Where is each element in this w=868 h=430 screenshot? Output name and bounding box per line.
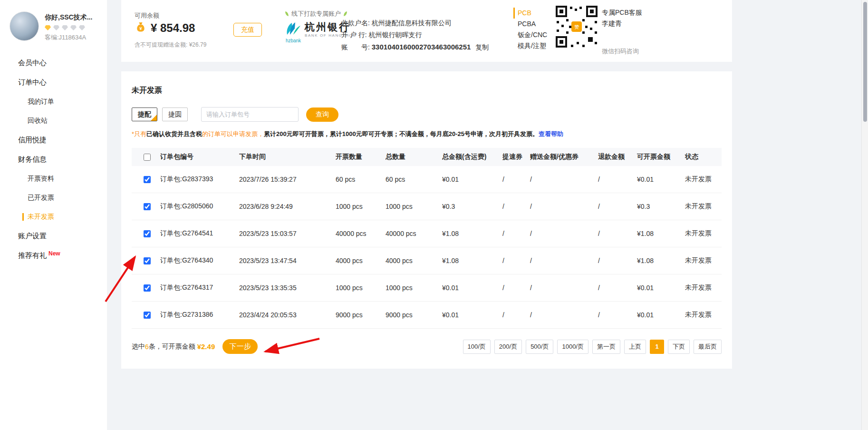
scrollbar-thumb[interactable] bbox=[863, 2, 867, 122]
account-number: 3301040160002703463006251 bbox=[372, 43, 471, 51]
page-size-500[interactable]: 500/页 bbox=[526, 340, 553, 354]
cell-gift-amount: / bbox=[530, 257, 598, 264]
sidebar-menu: 会员中心 订单中心 我的订单 回收站 信用悦捷 财务信息 开票资料 已开发票 未… bbox=[0, 49, 107, 265]
sidebar-item-my-orders[interactable]: 我的订单 bbox=[0, 92, 107, 111]
member-level-gems bbox=[45, 25, 92, 30]
branch-value: 杭州银行朝晖支行 bbox=[369, 31, 422, 39]
cell-invoice-qty: 4000 pcs bbox=[336, 257, 386, 264]
view-help-link[interactable]: 查看帮助 bbox=[539, 130, 563, 137]
row-checkbox[interactable] bbox=[144, 230, 151, 237]
table-row: 订单包:G2764541 2023/5/23 15:03:57 40000 pc… bbox=[132, 220, 722, 247]
table-footer: 选中6条，可开票金额 ¥2.49 下一步 100/页 200/页 500/页 1… bbox=[132, 339, 722, 354]
cell-gift-amount: / bbox=[530, 230, 598, 237]
sidebar-item-invoiced[interactable]: 已开发票 bbox=[0, 188, 107, 207]
page-size-1000[interactable]: 1000/页 bbox=[557, 340, 588, 354]
table-row: 订单包:G2764317 2023/5/23 13:35:35 1000 pcs… bbox=[132, 274, 722, 302]
balance-label: 可用余额 bbox=[135, 11, 159, 20]
copy-account-button[interactable]: 复制 bbox=[475, 43, 489, 51]
tab-jieyuan[interactable]: 捷圆 bbox=[162, 108, 188, 121]
select-all-checkbox[interactable] bbox=[144, 154, 151, 161]
branch-label: 开 户 行: bbox=[341, 31, 367, 39]
sidebar-item-recycle-bin[interactable]: 回收站 bbox=[0, 111, 107, 130]
sidebar-item-order-center[interactable]: 订单中心 bbox=[0, 73, 107, 92]
first-page-button[interactable]: 第一页 bbox=[592, 340, 620, 354]
sidebar-item-uninvoiced[interactable]: 未开发票 bbox=[0, 207, 107, 226]
invoice-page: 你好,SSC技术... 客编:J118634A 会员中心 订单中心 我的订单 回… bbox=[0, 0, 868, 430]
row-checkbox[interactable] bbox=[144, 257, 151, 264]
col-header-total-amount: 总金额(含运费) bbox=[442, 153, 502, 161]
cell-invoicable-amount: ¥0.01 bbox=[637, 311, 685, 319]
search-button[interactable]: 查询 bbox=[306, 108, 338, 122]
sidebar-item-account-settings[interactable]: 账户设置 bbox=[0, 226, 107, 246]
cell-package-id: 订单包:G2837393 bbox=[160, 175, 239, 184]
sidebar-item-member-center[interactable]: 会员中心 bbox=[0, 53, 107, 73]
avatar bbox=[10, 11, 39, 41]
row-checkbox[interactable] bbox=[144, 203, 151, 210]
selected-amount: ¥2.49 bbox=[197, 342, 215, 351]
notice-text: *只有 bbox=[132, 130, 146, 137]
table-row: 订单包:G2805060 2023/6/28 9:24:49 1000 pcs … bbox=[132, 193, 722, 220]
service-sheet-metal-cnc[interactable]: 钣金/CNC bbox=[513, 29, 547, 40]
uninvoiced-table: 订单包编号 下单时间 开票数量 总数量 总金额(含运费) 提速券 赠送金额/优惠… bbox=[132, 148, 722, 329]
prev-page-button[interactable]: 上页 bbox=[624, 340, 646, 354]
sidebar: 你好,SSC技术... 客编:J118634A 会员中心 订单中心 我的订单 回… bbox=[0, 0, 107, 430]
service-pcba[interactable]: PCBA bbox=[513, 19, 547, 29]
service-pcb[interactable]: PCB bbox=[513, 8, 547, 19]
referral-label: 推荐有礼 bbox=[18, 251, 47, 259]
next-step-button[interactable]: 下一步 bbox=[222, 339, 258, 354]
cell-invoicable-amount: ¥1.08 bbox=[637, 230, 685, 237]
recharge-button[interactable]: 充值 bbox=[233, 23, 262, 37]
cell-invoice-qty: 9000 pcs bbox=[336, 311, 386, 319]
cell-package-id: 订单包:G2764340 bbox=[160, 256, 239, 265]
cell-refund-amount: / bbox=[598, 230, 637, 237]
page-size-100[interactable]: 100/页 bbox=[463, 340, 491, 354]
cell-refund-amount: / bbox=[598, 311, 637, 319]
service-list: PCB PCBA 钣金/CNC 模具/注塑 bbox=[513, 8, 547, 51]
last-page-button[interactable]: 最后页 bbox=[694, 340, 722, 354]
cell-status: 未开发票 bbox=[685, 175, 722, 184]
page-title: 未开发票 bbox=[132, 86, 722, 96]
cell-status: 未开发票 bbox=[685, 283, 722, 292]
cell-package-id: 订单包:G2731386 bbox=[160, 311, 239, 319]
tab-jiepei[interactable]: 捷配 bbox=[132, 108, 157, 121]
leaf-icon bbox=[285, 11, 289, 16]
payee-label: 收款户名: bbox=[341, 19, 370, 27]
col-header-invoice-qty: 开票数量 bbox=[336, 153, 386, 161]
gem-icon bbox=[79, 25, 85, 30]
cell-refund-amount: / bbox=[598, 203, 637, 210]
page-size-200[interactable]: 200/页 bbox=[494, 340, 522, 354]
cell-package-id: 订单包:G2805060 bbox=[160, 202, 239, 211]
svg-text:¥: ¥ bbox=[139, 26, 142, 31]
sidebar-item-credit[interactable]: 信用悦捷 bbox=[0, 130, 107, 150]
sidebar-item-finance-info[interactable]: 财务信息 bbox=[0, 150, 107, 169]
current-page-button[interactable]: 1 bbox=[650, 340, 664, 354]
cell-status: 未开发票 bbox=[685, 202, 722, 211]
table-row: 订单包:G2731386 2023/4/24 20:05:53 9000 pcs… bbox=[132, 302, 722, 329]
selected-mid: 条，可开票金额 bbox=[149, 342, 195, 351]
cell-gift-amount: / bbox=[530, 311, 598, 319]
profile-info: 你好,SSC技术... 客编:J118634A bbox=[45, 11, 92, 42]
gem-icon bbox=[62, 25, 68, 30]
notice-text: 的订单可以申请发票， bbox=[202, 130, 264, 137]
next-page-button[interactable]: 下页 bbox=[668, 340, 690, 354]
row-checkbox[interactable] bbox=[144, 312, 151, 319]
cell-invoice-qty: 60 pcs bbox=[336, 176, 386, 183]
cell-status: 未开发票 bbox=[685, 311, 722, 319]
invoice-notice: *只有已确认收货并且含税的订单可以申请发票，累计200元即可开普票，累计1000… bbox=[132, 130, 722, 138]
table-body: 订单包:G2837393 2023/7/26 15:39:27 60 pcs 6… bbox=[132, 166, 722, 329]
service-mold-injection[interactable]: 模具/注塑 bbox=[513, 40, 547, 51]
row-checkbox[interactable] bbox=[144, 284, 151, 292]
cell-total-amount: ¥0.01 bbox=[442, 176, 502, 183]
notice-text: 已确认收货并且含税 bbox=[146, 130, 202, 137]
col-header-package-id: 订单包编号 bbox=[160, 153, 239, 161]
order-package-search-input[interactable] bbox=[201, 107, 299, 122]
cell-order-time: 2023/5/23 13:35:35 bbox=[239, 284, 336, 292]
sidebar-item-referral[interactable]: 推荐有礼New bbox=[0, 246, 107, 265]
cell-total-amount: ¥0.01 bbox=[442, 311, 502, 319]
cell-total-qty: 1000 pcs bbox=[386, 284, 442, 292]
cell-invoicable-amount: ¥0.01 bbox=[637, 176, 685, 183]
sidebar-item-invoice-profile[interactable]: 开票资料 bbox=[0, 169, 107, 188]
row-checkbox[interactable] bbox=[144, 176, 151, 183]
page-scrollbar[interactable] bbox=[861, 0, 868, 430]
cell-speed-coupon: / bbox=[502, 203, 530, 210]
